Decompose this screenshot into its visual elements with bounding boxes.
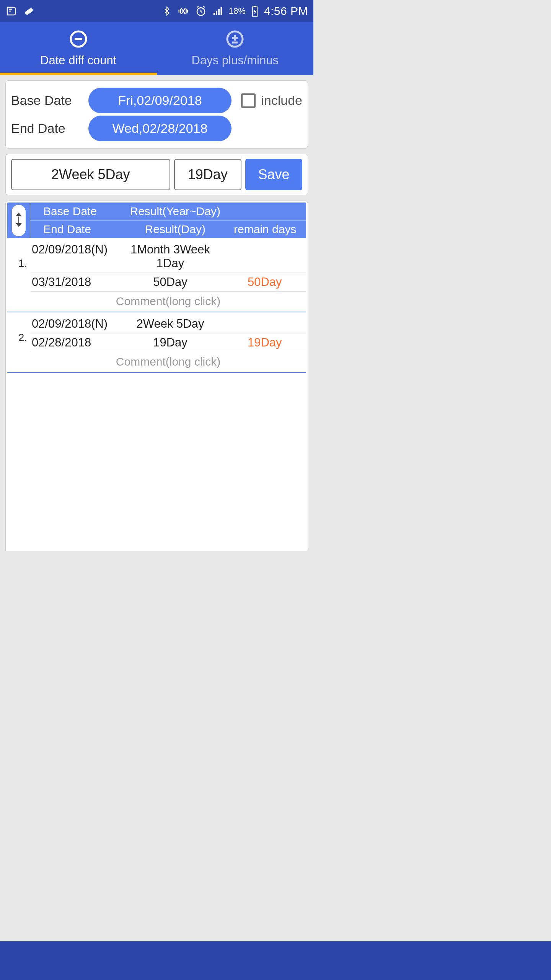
sort-handle[interactable]: [7, 203, 30, 238]
tab-date-diff[interactable]: Date diff count: [0, 22, 157, 75]
base-date-label: Base Date: [11, 93, 84, 108]
bluetooth-icon: [162, 5, 171, 17]
cell-result-day: 19Day: [116, 336, 225, 350]
include-checkbox[interactable]: [241, 93, 256, 108]
tab-days-plusminus[interactable]: Days plus/minus: [157, 22, 314, 75]
row-number: 1.: [7, 240, 30, 270]
vibrate-icon: [177, 5, 190, 17]
row-number: 2.: [7, 315, 30, 344]
end-date-label: End Date: [11, 121, 84, 136]
result-days-box[interactable]: 19Day: [174, 159, 241, 190]
minus-circle-icon: [69, 30, 88, 51]
pill-icon: [23, 5, 34, 17]
cell-remain: 19Day: [225, 336, 305, 350]
svg-rect-3: [254, 6, 256, 7]
battery-charging-icon: [251, 5, 259, 17]
cell-base-date: 02/09/2018(N): [32, 317, 116, 331]
th-end-date: End Date: [33, 223, 123, 236]
table-empty-area: [7, 373, 306, 551]
cell-result-day: 50Day: [116, 275, 225, 289]
th-base-date: Base Date: [33, 205, 123, 218]
th-result-long: Result(Year~Day): [123, 205, 227, 218]
cell-result-long: 2Week 5Day: [116, 317, 225, 331]
result-long-box[interactable]: 2Week 5Day: [11, 159, 170, 190]
include-label: include: [261, 93, 302, 108]
comment-placeholder[interactable]: Comment(long click): [30, 352, 306, 372]
comment-placeholder[interactable]: Comment(long click): [30, 292, 306, 312]
plusminus-circle-icon: [226, 30, 244, 51]
svg-rect-0: [24, 7, 34, 15]
result-card: 2Week 5Day 19Day Save: [5, 154, 308, 195]
clock-text: 4:56 PM: [264, 5, 308, 18]
base-date-button[interactable]: Fri,02/09/2018: [88, 88, 231, 113]
tab-label: Days plus/minus: [192, 54, 279, 67]
signal-icon: [212, 5, 223, 17]
cell-end-date: 02/28/2018: [32, 336, 116, 350]
cell-end-date: 03/31/2018: [32, 275, 116, 289]
cell-result-long: 1Month 3Week 1Day: [116, 243, 225, 270]
end-date-button[interactable]: Wed,02/28/2018: [88, 116, 231, 141]
battery-percent: 18%: [229, 6, 246, 16]
tab-label: Date diff count: [40, 54, 116, 67]
table-row[interactable]: 1. 02/09/2018(N) 1Month 3Week 1Day 03/31…: [7, 238, 306, 312]
cell-base-date: 02/09/2018(N): [32, 243, 116, 270]
th-result-day: Result(Day): [123, 223, 227, 236]
th-remain: remain days: [227, 223, 303, 236]
status-bar: 18% 4:56 PM: [0, 0, 313, 22]
tab-bar: Date diff count Days plus/minus: [0, 22, 313, 75]
sort-arrows-icon: [15, 212, 22, 229]
cell-remain: 50Day: [225, 275, 305, 289]
save-button[interactable]: Save: [245, 159, 302, 190]
table-header: Base Date Result(Year~Day) End Date Resu…: [7, 203, 306, 238]
history-card: Base Date Result(Year~Day) End Date Resu…: [5, 201, 308, 551]
carrier-icon: [5, 5, 17, 17]
alarm-icon: [195, 5, 207, 17]
date-input-card: Base Date Fri,02/09/2018 include End Dat…: [5, 80, 308, 149]
table-row[interactable]: 2. 02/09/2018(N) 2Week 5Day 02/28/2018 1…: [7, 312, 306, 373]
